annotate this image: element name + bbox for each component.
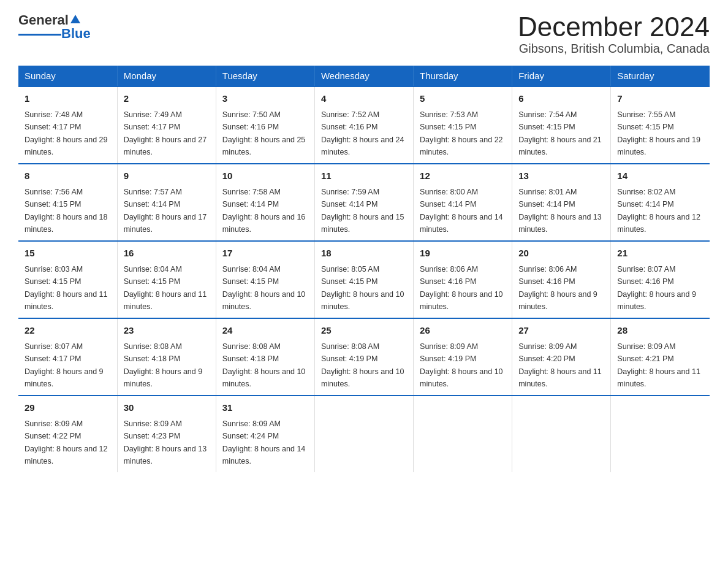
day-info: Sunrise: 7:58 AMSunset: 4:14 PMDaylight:… <box>222 188 306 234</box>
table-row: 19Sunrise: 8:06 AMSunset: 4:16 PMDayligh… <box>414 241 512 318</box>
calendar-week-row: 1Sunrise: 7:48 AMSunset: 4:17 PMDaylight… <box>18 86 710 164</box>
day-number: 21 <box>617 247 703 261</box>
day-number: 22 <box>25 324 111 338</box>
table-row: 1Sunrise: 7:48 AMSunset: 4:17 PMDaylight… <box>18 86 117 164</box>
day-info: Sunrise: 8:04 AMSunset: 4:15 PMDaylight:… <box>222 265 306 311</box>
table-row: 30Sunrise: 8:09 AMSunset: 4:23 PMDayligh… <box>117 396 216 472</box>
day-number: 10 <box>222 169 308 183</box>
day-number: 27 <box>518 324 604 338</box>
day-info: Sunrise: 7:56 AMSunset: 4:15 PMDaylight:… <box>25 188 108 234</box>
table-row: 27Sunrise: 8:09 AMSunset: 4:20 PMDayligh… <box>512 318 611 396</box>
svg-marker-0 <box>70 15 80 23</box>
title-section: December 2024 Gibsons, British Columbia,… <box>518 12 710 56</box>
page-header: General Blue December 2024 Gibsons, Brit… <box>18 12 710 56</box>
col-thursday: Thursday <box>414 66 512 86</box>
table-row: 7Sunrise: 7:55 AMSunset: 4:15 PMDaylight… <box>611 86 710 164</box>
day-info: Sunrise: 8:09 AMSunset: 4:20 PMDaylight:… <box>518 342 602 388</box>
table-row <box>611 396 710 472</box>
day-number: 31 <box>222 401 308 415</box>
day-info: Sunrise: 7:48 AMSunset: 4:17 PMDaylight:… <box>25 110 108 156</box>
table-row: 26Sunrise: 8:09 AMSunset: 4:19 PMDayligh… <box>414 318 512 396</box>
day-number: 11 <box>321 169 407 183</box>
table-row: 28Sunrise: 8:09 AMSunset: 4:21 PMDayligh… <box>611 318 710 396</box>
day-number: 8 <box>25 169 111 183</box>
day-number: 25 <box>321 324 407 338</box>
table-row <box>414 396 512 472</box>
table-row: 25Sunrise: 8:08 AMSunset: 4:19 PMDayligh… <box>314 318 413 396</box>
logo: General Blue <box>18 12 91 42</box>
table-row: 20Sunrise: 8:06 AMSunset: 4:16 PMDayligh… <box>512 241 611 318</box>
table-row: 4Sunrise: 7:52 AMSunset: 4:16 PMDaylight… <box>314 86 413 164</box>
table-row: 21Sunrise: 8:07 AMSunset: 4:16 PMDayligh… <box>611 241 710 318</box>
day-number: 14 <box>617 169 703 183</box>
logo-blue-text: Blue <box>61 26 91 42</box>
day-info: Sunrise: 8:09 AMSunset: 4:24 PMDaylight:… <box>222 419 306 465</box>
day-number: 30 <box>124 401 210 415</box>
table-row <box>512 396 611 472</box>
calendar-week-row: 22Sunrise: 8:07 AMSunset: 4:17 PMDayligh… <box>18 318 710 396</box>
calendar-week-row: 8Sunrise: 7:56 AMSunset: 4:15 PMDaylight… <box>18 164 710 241</box>
table-row: 10Sunrise: 7:58 AMSunset: 4:14 PMDayligh… <box>216 164 314 241</box>
day-number: 16 <box>124 247 210 261</box>
table-row: 23Sunrise: 8:08 AMSunset: 4:18 PMDayligh… <box>117 318 216 396</box>
day-number: 12 <box>420 169 506 183</box>
table-row: 18Sunrise: 8:05 AMSunset: 4:15 PMDayligh… <box>314 241 413 318</box>
day-number: 23 <box>124 324 210 338</box>
calendar-week-row: 29Sunrise: 8:09 AMSunset: 4:22 PMDayligh… <box>18 396 710 472</box>
col-wednesday: Wednesday <box>314 66 413 86</box>
day-info: Sunrise: 7:49 AMSunset: 4:17 PMDaylight:… <box>124 110 207 156</box>
table-row: 3Sunrise: 7:50 AMSunset: 4:16 PMDaylight… <box>216 86 314 164</box>
day-info: Sunrise: 8:03 AMSunset: 4:15 PMDaylight:… <box>25 265 108 311</box>
day-number: 26 <box>420 324 506 338</box>
day-number: 6 <box>518 92 604 106</box>
table-row: 12Sunrise: 8:00 AMSunset: 4:14 PMDayligh… <box>414 164 512 241</box>
logo-underline <box>18 34 61 36</box>
table-row: 29Sunrise: 8:09 AMSunset: 4:22 PMDayligh… <box>18 396 117 472</box>
logo-triangle-icon <box>70 13 81 25</box>
calendar-title: December 2024 <box>518 12 710 42</box>
day-info: Sunrise: 8:06 AMSunset: 4:16 PMDaylight:… <box>420 265 503 311</box>
col-monday: Monday <box>117 66 216 86</box>
day-number: 9 <box>124 169 210 183</box>
calendar-week-row: 15Sunrise: 8:03 AMSunset: 4:15 PMDayligh… <box>18 241 710 318</box>
day-info: Sunrise: 8:06 AMSunset: 4:16 PMDaylight:… <box>518 265 597 311</box>
calendar-header-row: Sunday Monday Tuesday Wednesday Thursday… <box>18 66 710 86</box>
day-info: Sunrise: 7:55 AMSunset: 4:15 PMDaylight:… <box>617 110 700 156</box>
day-number: 13 <box>518 169 604 183</box>
day-number: 17 <box>222 247 308 261</box>
day-info: Sunrise: 8:09 AMSunset: 4:22 PMDaylight:… <box>25 419 108 465</box>
table-row: 16Sunrise: 8:04 AMSunset: 4:15 PMDayligh… <box>117 241 216 318</box>
table-row: 6Sunrise: 7:54 AMSunset: 4:15 PMDaylight… <box>512 86 611 164</box>
day-info: Sunrise: 8:05 AMSunset: 4:15 PMDaylight:… <box>321 265 404 311</box>
day-number: 24 <box>222 324 308 338</box>
day-info: Sunrise: 7:57 AMSunset: 4:14 PMDaylight:… <box>124 188 207 234</box>
day-info: Sunrise: 8:07 AMSunset: 4:17 PMDaylight:… <box>25 342 104 388</box>
day-number: 4 <box>321 92 407 106</box>
day-info: Sunrise: 8:02 AMSunset: 4:14 PMDaylight:… <box>617 188 700 234</box>
day-info: Sunrise: 8:09 AMSunset: 4:23 PMDaylight:… <box>124 419 207 465</box>
table-row <box>314 396 413 472</box>
table-row: 31Sunrise: 8:09 AMSunset: 4:24 PMDayligh… <box>216 396 314 472</box>
col-tuesday: Tuesday <box>216 66 314 86</box>
table-row: 24Sunrise: 8:08 AMSunset: 4:18 PMDayligh… <box>216 318 314 396</box>
calendar-table: Sunday Monday Tuesday Wednesday Thursday… <box>18 66 710 472</box>
table-row: 17Sunrise: 8:04 AMSunset: 4:15 PMDayligh… <box>216 241 314 318</box>
day-info: Sunrise: 8:08 AMSunset: 4:18 PMDaylight:… <box>124 342 203 388</box>
day-info: Sunrise: 8:01 AMSunset: 4:14 PMDaylight:… <box>518 188 602 234</box>
table-row: 9Sunrise: 7:57 AMSunset: 4:14 PMDaylight… <box>117 164 216 241</box>
day-number: 28 <box>617 324 703 338</box>
day-info: Sunrise: 7:50 AMSunset: 4:16 PMDaylight:… <box>222 110 306 156</box>
table-row: 11Sunrise: 7:59 AMSunset: 4:14 PMDayligh… <box>314 164 413 241</box>
day-info: Sunrise: 7:52 AMSunset: 4:16 PMDaylight:… <box>321 110 404 156</box>
table-row: 15Sunrise: 8:03 AMSunset: 4:15 PMDayligh… <box>18 241 117 318</box>
day-info: Sunrise: 7:54 AMSunset: 4:15 PMDaylight:… <box>518 110 602 156</box>
day-number: 20 <box>518 247 604 261</box>
table-row: 14Sunrise: 8:02 AMSunset: 4:14 PMDayligh… <box>611 164 710 241</box>
day-info: Sunrise: 8:09 AMSunset: 4:19 PMDaylight:… <box>420 342 503 388</box>
table-row: 13Sunrise: 8:01 AMSunset: 4:14 PMDayligh… <box>512 164 611 241</box>
col-saturday: Saturday <box>611 66 710 86</box>
day-info: Sunrise: 8:08 AMSunset: 4:18 PMDaylight:… <box>222 342 306 388</box>
day-info: Sunrise: 8:08 AMSunset: 4:19 PMDaylight:… <box>321 342 404 388</box>
day-info: Sunrise: 7:59 AMSunset: 4:14 PMDaylight:… <box>321 188 404 234</box>
day-number: 15 <box>25 247 111 261</box>
